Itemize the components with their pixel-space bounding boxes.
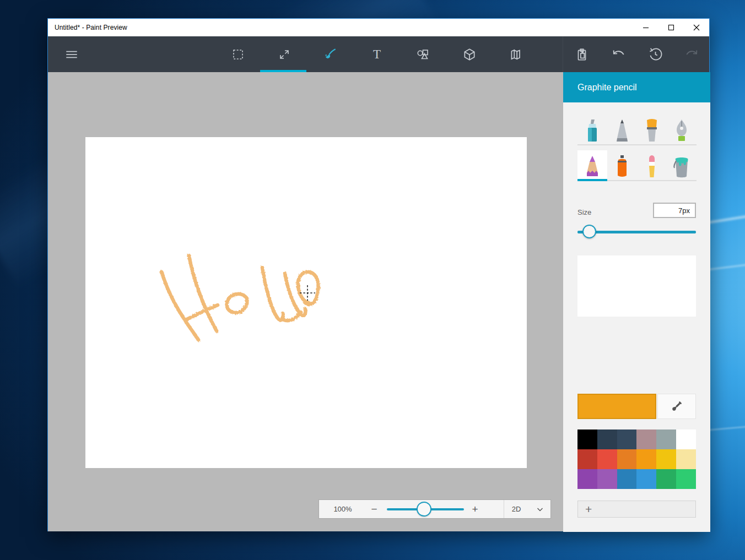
- resize-tool-button[interactable]: [266, 36, 303, 72]
- eyedropper-button[interactable]: [657, 394, 696, 419]
- zoom-out-button[interactable]: −: [365, 500, 383, 518]
- text-tool-button[interactable]: T: [359, 36, 395, 72]
- mode-dropdown-button[interactable]: [533, 500, 547, 518]
- selected-tool-name: Graphite pencil: [563, 83, 637, 93]
- brush-tool-row: [577, 150, 697, 181]
- maximize-icon: [668, 24, 674, 31]
- size-label: Size: [577, 208, 591, 216]
- canvas-workspace: 100% − + 2D: [48, 72, 563, 531]
- zoom-bar: 100% − + 2D: [318, 499, 551, 519]
- palette-color-10[interactable]: [656, 449, 676, 469]
- zoom-slider-thumb[interactable]: [417, 502, 431, 516]
- eraser-icon: [643, 154, 661, 178]
- close-icon: [693, 24, 700, 31]
- palette-color-14[interactable]: [617, 469, 637, 489]
- caption-buttons: [633, 19, 709, 36]
- dimension-mode[interactable]: 2D: [505, 500, 527, 518]
- text-tool-icon: T: [373, 47, 381, 62]
- palette-color-15[interactable]: [636, 469, 656, 489]
- palette-color-1[interactable]: [597, 429, 617, 449]
- redo-button[interactable]: [673, 36, 710, 72]
- palette-color-5[interactable]: [676, 429, 696, 449]
- tool-eraser[interactable]: [637, 150, 667, 181]
- shapes-tool-button[interactable]: [405, 36, 441, 72]
- palette-color-8[interactable]: [617, 449, 637, 469]
- brush-tool-grid: [577, 115, 697, 186]
- stickers-icon: [509, 47, 523, 62]
- palette-color-9[interactable]: [636, 449, 656, 469]
- palette-color-13[interactable]: [597, 469, 617, 489]
- toolbar: T: [48, 36, 709, 72]
- redo-icon: [684, 47, 699, 62]
- tool-fill-bucket[interactable]: [667, 150, 697, 181]
- desktop-wallpaper: Untitled* - Paint Preview: [0, 0, 745, 560]
- calligraphy-nib-icon: [672, 118, 691, 143]
- drawing-canvas[interactable]: [85, 137, 527, 468]
- marquee-select-icon: [231, 48, 245, 61]
- undo-icon: [611, 47, 627, 62]
- size-input[interactable]: [653, 203, 696, 218]
- shapes-icon: [416, 47, 430, 62]
- palette-color-6[interactable]: [577, 449, 597, 469]
- resize-expand-icon: [278, 48, 291, 61]
- zoom-bar-divider: [504, 500, 504, 518]
- paint-window: Untitled* - Paint Preview: [47, 18, 710, 531]
- current-color-swatch[interactable]: [577, 394, 656, 419]
- zoom-in-button[interactable]: +: [466, 500, 484, 518]
- history-button[interactable]: [637, 36, 673, 72]
- palette-color-16[interactable]: [656, 469, 676, 489]
- tool-marker[interactable]: [577, 115, 607, 145]
- zoom-level: 100%: [327, 500, 359, 518]
- graphite-pencil-icon: [583, 154, 602, 178]
- paste-clipboard-icon: [575, 47, 589, 62]
- palette-color-3[interactable]: [636, 429, 656, 449]
- maximize-button[interactable]: [658, 19, 684, 36]
- paintbrush-icon: [643, 118, 661, 143]
- palette-color-7[interactable]: [597, 449, 617, 469]
- select-tool-button[interactable]: [220, 36, 256, 72]
- toolbar-divider: [563, 36, 563, 72]
- tool-calligraphy-pen[interactable]: [667, 115, 697, 145]
- history-clock-icon: [648, 47, 663, 62]
- marker-icon: [583, 118, 602, 143]
- tool-spray-can[interactable]: [607, 150, 637, 181]
- undo-button[interactable]: [601, 36, 637, 72]
- titlebar[interactable]: Untitled* - Paint Preview: [48, 19, 709, 36]
- stickers-tool-button[interactable]: [498, 36, 534, 72]
- brush-tool-row: [577, 115, 697, 145]
- palette-color-4[interactable]: [656, 429, 676, 449]
- tool-graphite-pencil[interactable]: [577, 150, 607, 181]
- brushes-tab-button[interactable]: [312, 36, 349, 72]
- 3d-tool-button[interactable]: [451, 36, 488, 72]
- fill-bucket-icon: [671, 154, 692, 178]
- tool-brush[interactable]: [637, 115, 667, 145]
- minimize-icon: [643, 24, 649, 31]
- hamburger-icon: [64, 47, 79, 62]
- window-title: Untitled* - Paint Preview: [48, 24, 127, 31]
- cube-3d-icon: [462, 47, 477, 62]
- spray-can-icon: [613, 154, 631, 178]
- size-slider-thumb[interactable]: [582, 225, 596, 238]
- minimize-button[interactable]: [633, 19, 658, 36]
- chevron-down-icon: [536, 505, 544, 513]
- plus-icon: +: [585, 503, 592, 516]
- stroke-preview: [577, 255, 696, 317]
- brush-icon: [323, 47, 338, 62]
- close-button[interactable]: [684, 19, 709, 36]
- palette-color-11[interactable]: [676, 449, 696, 469]
- color-palette: [577, 429, 696, 489]
- palette-color-12[interactable]: [577, 469, 597, 489]
- hello-drawing: [85, 137, 527, 468]
- menu-button[interactable]: [53, 36, 90, 72]
- pen-icon: [613, 118, 631, 143]
- tool-pen[interactable]: [607, 115, 637, 145]
- palette-color-2[interactable]: [617, 429, 637, 449]
- tool-options-panel: Graphite pencil: [563, 72, 710, 532]
- paste-button[interactable]: [564, 36, 600, 72]
- eyedropper-icon: [670, 400, 683, 413]
- palette-color-0[interactable]: [577, 429, 597, 449]
- panel-header: Graphite pencil: [563, 72, 710, 102]
- add-color-button[interactable]: +: [577, 501, 696, 518]
- palette-color-17[interactable]: [676, 469, 696, 489]
